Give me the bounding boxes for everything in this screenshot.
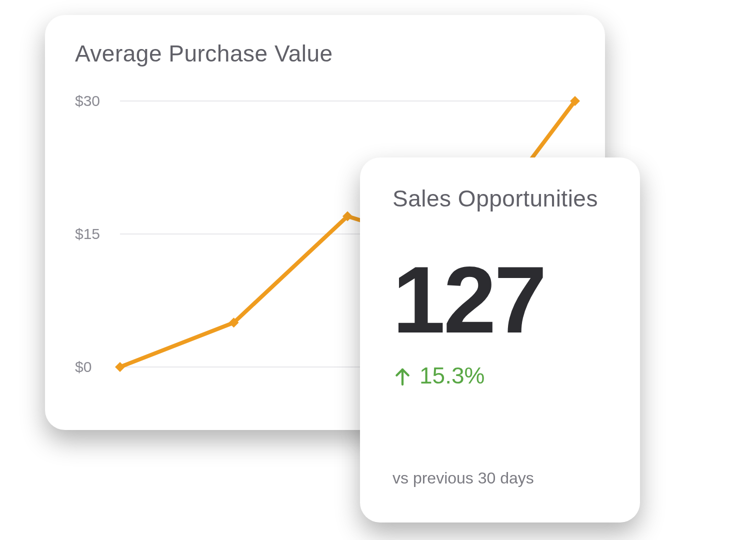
arrow-up-icon	[392, 366, 412, 386]
sales-opportunities-card: Sales Opportunities 127 15.3% vs previou…	[360, 158, 640, 522]
y-tick-label: $0	[75, 358, 120, 376]
metric-compare-label: vs previous 30 days	[392, 469, 612, 498]
metric-delta: 15.3%	[392, 362, 612, 389]
y-tick-label: $15	[75, 226, 120, 242]
metric-delta-value: 15.3%	[420, 362, 484, 389]
chart-title: Average Purchase Value	[75, 40, 575, 67]
metric-title: Sales Opportunities	[392, 185, 612, 212]
metric-value: 127	[392, 252, 612, 347]
y-tick-label: $30	[75, 92, 120, 110]
